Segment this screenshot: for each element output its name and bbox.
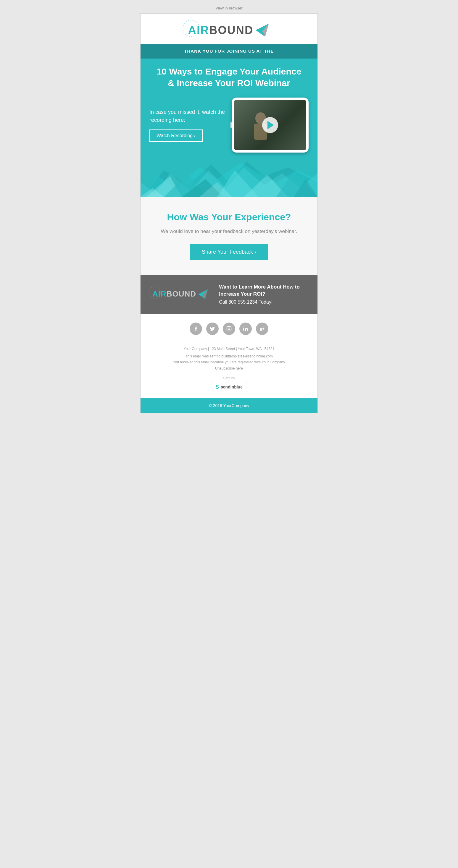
feedback-section: How Was Your Experience? We would love t…: [141, 197, 317, 275]
footer-address: Your Company | 123 Main Street | Your To…: [146, 347, 312, 351]
hero-title: 10 Ways to Engage Your Audience & Increa…: [141, 59, 317, 95]
footer-plane-icon: [197, 288, 208, 300]
facebook-icon[interactable]: [190, 322, 202, 335]
svg-point-26: [244, 327, 245, 327]
sent-by-label: Sent by: [146, 376, 312, 380]
linkedin-icon[interactable]: [239, 322, 252, 335]
sent-by-section: Sent by S sendinblue: [146, 376, 312, 392]
view-in-browser-link[interactable]: View in browser: [216, 6, 242, 10]
logo-container: AIR BOUND: [188, 23, 270, 38]
googleplus-icon[interactable]: g+: [256, 322, 268, 335]
hero-section: THANK YOU FOR JOINING US AT THE 10 Ways …: [141, 44, 317, 197]
logo-plane-icon: [254, 23, 270, 38]
watch-recording-button[interactable]: Watch Recording ›: [149, 129, 203, 142]
footer-logo-dotted-decoration: [148, 286, 166, 300]
very-bottom-bar: © 2016 YourCompany: [141, 398, 317, 413]
social-icons: g+: [146, 322, 312, 335]
footer-logo-area: AIR BOUND: [152, 288, 210, 300]
tablet-screen[interactable]: [234, 100, 306, 150]
hero-text-left: In case you missed it, watch the recordi…: [149, 108, 226, 142]
logo-dotted-decoration: [182, 20, 206, 37]
footer-email-line2: You received this email because you are …: [173, 360, 285, 364]
play-icon: [267, 121, 274, 129]
copyright-text: © 2016 YourCompany: [208, 403, 249, 408]
logo-bound: BOUND: [209, 24, 253, 37]
hero-video: [232, 98, 309, 153]
bottom-footer: Your Company | 123 Main Street | Your To…: [141, 344, 317, 398]
footer-cta-text: Want to Learn More About How to Increase…: [219, 283, 306, 305]
play-button[interactable]: [262, 117, 278, 133]
header: AIR BOUND: [141, 13, 317, 44]
share-feedback-button[interactable]: Share Your Feedback ›: [190, 244, 268, 260]
svg-point-0: [183, 20, 199, 37]
social-section: g+: [141, 314, 317, 344]
googleplus-label: g+: [260, 327, 264, 331]
sendinblue-badge[interactable]: S sendinblue: [211, 382, 247, 392]
svg-rect-25: [244, 328, 245, 331]
footer-cta-title: Want to Learn More About How to Increase…: [219, 283, 306, 298]
feedback-title: How Was Your Experience?: [158, 212, 300, 223]
svg-rect-23: [227, 327, 231, 331]
hero-content: In case you missed it, watch the recordi…: [141, 95, 317, 153]
sendinblue-s-icon: S: [216, 384, 219, 390]
hero-top-bar-text: THANK YOU FOR JOINING US AT THE: [184, 49, 274, 54]
unsubscribe-link[interactable]: Unsubscribe here: [215, 366, 243, 370]
hero-missed-text: In case you missed it, watch the recordi…: [149, 109, 225, 123]
svg-point-19: [149, 287, 161, 299]
tablet-side-button: [230, 122, 232, 128]
instagram-icon[interactable]: [223, 322, 235, 335]
geometric-svg: [141, 158, 317, 197]
hero-top-bar: THANK YOU FOR JOINING US AT THE: [141, 44, 317, 59]
footer-email-info: This email was sent to buildtemplates@se…: [146, 353, 312, 371]
footer-logo-bound: BOUND: [167, 289, 196, 299]
sendinblue-text: sendinblue: [221, 384, 242, 390]
footer-email-line1: This email was sent to buildtemplates@se…: [185, 354, 273, 358]
footer-cta: AIR BOUND Want to Learn More About How t…: [141, 275, 317, 314]
twitter-icon[interactable]: [206, 322, 219, 335]
tablet-frame: [232, 98, 309, 153]
feedback-subtitle: We would love to hear your feedback on y…: [158, 227, 300, 235]
email-wrapper: AIR BOUND THANK YOU FOR JOINING US AT TH…: [140, 13, 318, 413]
footer-cta-phone: Call 800.555.1234 Today!: [219, 300, 306, 305]
hero-geometric: [141, 158, 317, 197]
